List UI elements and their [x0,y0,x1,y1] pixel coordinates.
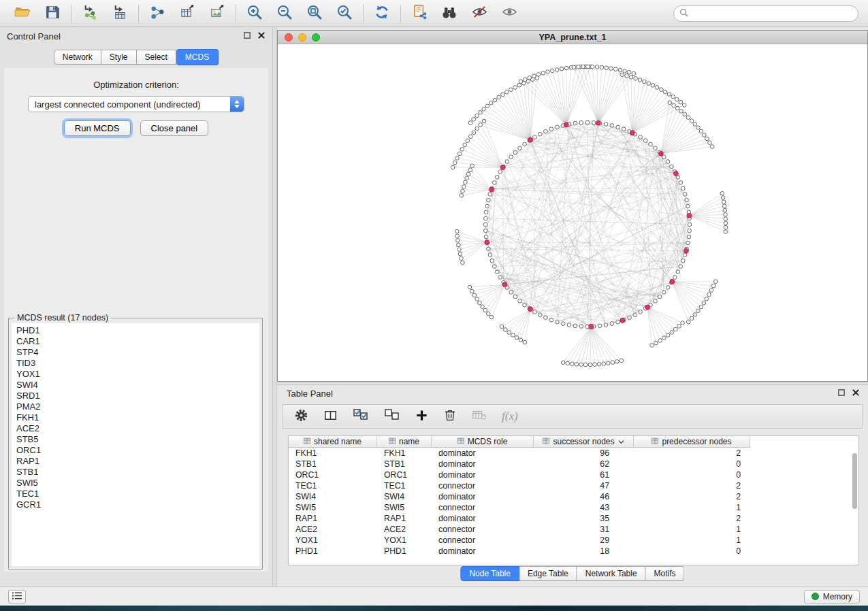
mcds-result-node[interactable]: STB1 [16,467,259,478]
mcds-result-node[interactable]: ACE2 [16,423,259,434]
delete-column-button[interactable] [443,408,457,425]
cell-mcds-role[interactable]: connector [432,535,534,546]
table-row[interactable]: ORC1ORC1dominator610 [289,469,858,480]
cell-successor-nodes[interactable]: 47 [534,480,634,491]
table-row[interactable]: SWI4SWI4dominator462 [289,491,858,502]
zoom-in-button[interactable] [241,3,268,24]
cell-mcds-role[interactable]: connector [432,524,534,535]
table-row[interactable]: SWI5SWI5connector431 [289,502,858,513]
mcds-result-node[interactable]: SWI4 [16,380,259,391]
cell-shared-name[interactable]: YOX1 [289,535,377,546]
save-session-button[interactable] [39,3,66,24]
cell-shared-name[interactable]: PHD1 [289,546,377,557]
mcds-result-node[interactable]: FKH1 [16,412,259,423]
cell-predecessor-nodes[interactable]: 0 [634,469,750,480]
mcds-result-node[interactable]: STB5 [16,434,259,445]
mcds-result-node[interactable]: SWI5 [16,478,259,489]
zoom-out-button[interactable] [271,3,298,24]
mcds-result-node[interactable]: TID3 [16,358,259,369]
cell-predecessor-nodes[interactable]: 1 [634,502,750,513]
window-close-button[interactable] [285,33,293,42]
mcds-result-node[interactable]: CAR1 [16,336,259,347]
table-settings-button[interactable] [294,408,308,425]
cell-successor-nodes[interactable]: 35 [534,513,634,524]
column-header-name[interactable]: name [377,436,432,448]
tab-motifs[interactable]: Motifs [646,566,685,581]
cell-predecessor-nodes[interactable]: 2 [634,480,750,491]
cell-name[interactable]: RAP1 [377,513,432,524]
tab-node-table[interactable]: Node Table [460,566,519,581]
cell-predecessor-nodes[interactable]: 2 [634,491,750,502]
table-row[interactable]: PHD1PHD1dominator180 [289,546,858,557]
mcds-result-node[interactable]: SRD1 [16,391,259,401]
open-session-button[interactable] [9,3,36,24]
cell-shared-name[interactable]: ORC1 [289,469,377,480]
table-row[interactable]: FKH1FKH1dominator962 [289,448,858,459]
cell-predecessor-nodes[interactable]: 0 [634,546,750,557]
memory-button[interactable]: Memory [804,590,860,604]
column-header-successor-nodes[interactable]: successor nodes [534,436,634,448]
mcds-result-list[interactable]: PHD1CAR1STP4TID3YOX1SWI4SRD1PMA2FKH1ACE2… [12,323,259,566]
cell-name[interactable]: SWI5 [377,502,432,513]
cell-predecessor-nodes[interactable]: 0 [634,459,750,469]
cell-predecessor-nodes[interactable]: 2 [634,513,750,524]
search-box[interactable] [673,5,858,22]
cell-shared-name[interactable]: RAP1 [289,513,377,524]
share-document-button[interactable] [406,3,433,24]
show-columns-button[interactable] [323,408,338,425]
tab-mcds[interactable]: MCDS [176,49,219,65]
cell-name[interactable]: SWI4 [377,491,432,502]
cell-shared-name[interactable]: SWI5 [289,502,377,513]
cell-predecessor-nodes[interactable]: 1 [634,524,750,535]
cell-shared-name[interactable]: SWI4 [289,491,377,502]
cell-shared-name[interactable]: TEC1 [289,480,377,491]
add-column-button[interactable] [415,409,428,425]
cell-successor-nodes[interactable]: 61 [534,469,634,480]
export-table-button[interactable] [174,3,201,24]
criterion-select[interactable]: largest connected component (undirected) [28,96,244,112]
hide-selected-button[interactable] [466,3,493,24]
column-header-predecessor-nodes[interactable]: predecessor nodes [634,436,750,448]
export-image-button[interactable] [204,3,231,24]
table-row[interactable]: ACE2ACE2connector311 [289,524,858,535]
cell-shared-name[interactable]: FKH1 [289,448,377,459]
show-all-button[interactable] [496,3,523,24]
cell-successor-nodes[interactable]: 43 [534,502,634,513]
mcds-result-node[interactable]: PMA2 [16,401,259,412]
close-panel-button[interactable] [257,30,266,42]
zoom-selected-button[interactable] [331,3,358,24]
cell-shared-name[interactable]: STB1 [289,459,377,469]
cell-successor-nodes[interactable]: 96 [534,448,634,459]
cell-mcds-role[interactable]: dominator [432,546,534,557]
column-header-shared-name[interactable]: shared name [289,436,377,448]
cell-mcds-role[interactable]: dominator [432,459,534,469]
cell-successor-nodes[interactable]: 29 [534,535,634,546]
cell-mcds-role[interactable]: connector [432,480,534,491]
mcds-result-node[interactable]: YOX1 [16,369,259,380]
vertical-splitter[interactable] [272,27,277,587]
close-panel-button[interactable] [852,387,860,399]
cell-successor-nodes[interactable]: 31 [534,524,634,535]
network-canvas[interactable] [278,44,867,381]
table-row[interactable]: STB1STB1dominator620 [289,459,858,469]
cell-mcds-role[interactable]: dominator [432,513,534,524]
cell-mcds-role[interactable]: dominator [432,469,534,480]
cell-name[interactable]: TEC1 [377,480,432,491]
cell-predecessor-nodes[interactable]: 1 [634,535,750,546]
table-row[interactable]: RAP1RAP1dominator352 [289,513,858,524]
tab-network-table[interactable]: Network Table [577,566,646,581]
import-network-button[interactable] [76,3,103,24]
close-panel-button[interactable]: Close panel [140,120,209,136]
network-window-titlebar[interactable]: YPA_prune.txt_1 [278,31,867,44]
cell-shared-name[interactable]: ACE2 [289,524,377,535]
search-network-button[interactable] [436,3,463,24]
cell-successor-nodes[interactable]: 18 [534,546,634,557]
cell-mcds-role[interactable]: dominator [432,448,534,459]
cell-name[interactable]: STB1 [377,459,432,469]
import-table-button[interactable] [106,3,133,24]
window-minimize-button[interactable] [298,33,306,42]
tab-edge-table[interactable]: Edge Table [519,566,577,581]
search-input[interactable] [692,9,852,18]
mcds-result-node[interactable]: TEC1 [16,489,259,499]
mcds-result-node[interactable]: ORC1 [16,445,259,456]
